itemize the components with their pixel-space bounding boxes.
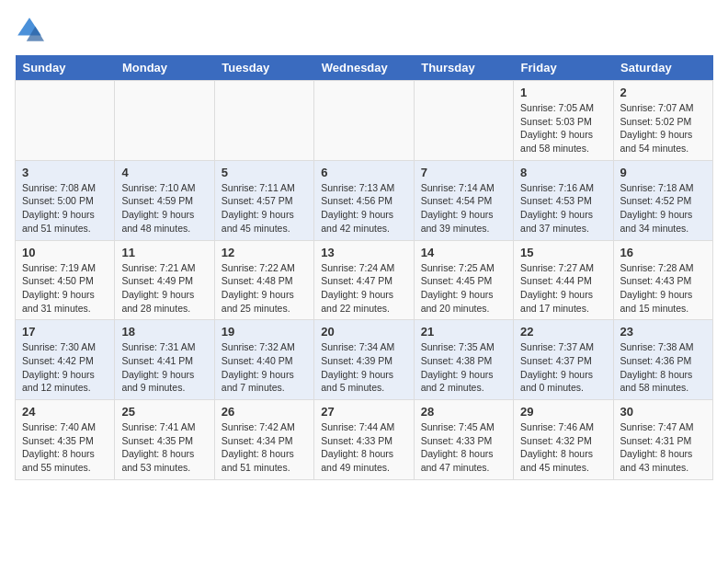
calendar-cell	[16, 81, 115, 161]
day-number: 22	[520, 325, 606, 339]
calendar-cell	[115, 81, 214, 161]
day-info: Sunrise: 7:35 AM Sunset: 4:38 PM Dayligh…	[421, 340, 506, 395]
day-info: Sunrise: 7:08 AM Sunset: 5:00 PM Dayligh…	[22, 181, 108, 236]
calendar-cell: 9Sunrise: 7:18 AM Sunset: 4:52 PM Daylig…	[613, 160, 712, 240]
day-info: Sunrise: 7:44 AM Sunset: 4:33 PM Dayligh…	[321, 420, 406, 475]
calendar-cell: 1Sunrise: 7:05 AM Sunset: 5:03 PM Daylig…	[514, 81, 613, 161]
day-number: 26	[222, 405, 307, 419]
calendar-week-1: 3Sunrise: 7:08 AM Sunset: 5:00 PM Daylig…	[16, 160, 713, 240]
calendar-table: SundayMondayTuesdayWednesdayThursdayFrid…	[15, 55, 713, 480]
calendar-cell: 3Sunrise: 7:08 AM Sunset: 5:00 PM Daylig…	[16, 160, 115, 240]
calendar-cell: 13Sunrise: 7:24 AM Sunset: 4:47 PM Dayli…	[314, 240, 414, 320]
calendar-cell: 12Sunrise: 7:22 AM Sunset: 4:48 PM Dayli…	[214, 240, 313, 320]
day-number: 29	[520, 405, 606, 419]
calendar-cell: 6Sunrise: 7:13 AM Sunset: 4:56 PM Daylig…	[314, 160, 414, 240]
day-number: 25	[121, 405, 207, 419]
day-info: Sunrise: 7:38 AM Sunset: 4:36 PM Dayligh…	[620, 340, 706, 395]
day-number: 30	[620, 405, 706, 419]
day-number: 10	[22, 246, 108, 259]
calendar-cell: 25Sunrise: 7:41 AM Sunset: 4:35 PM Dayli…	[115, 400, 214, 480]
calendar-cell: 17Sunrise: 7:30 AM Sunset: 4:42 PM Dayli…	[16, 320, 115, 400]
day-info: Sunrise: 7:32 AM Sunset: 4:40 PM Dayligh…	[222, 340, 307, 395]
day-info: Sunrise: 7:19 AM Sunset: 4:50 PM Dayligh…	[22, 261, 108, 316]
calendar-cell: 19Sunrise: 7:32 AM Sunset: 4:40 PM Dayli…	[214, 320, 313, 400]
calendar-cell: 14Sunrise: 7:25 AM Sunset: 4:45 PM Dayli…	[414, 240, 513, 320]
day-number: 24	[22, 405, 108, 419]
calendar-cell: 28Sunrise: 7:45 AM Sunset: 4:33 PM Dayli…	[414, 400, 513, 480]
calendar-cell: 24Sunrise: 7:40 AM Sunset: 4:35 PM Dayli…	[16, 400, 115, 480]
day-info: Sunrise: 7:21 AM Sunset: 4:49 PM Dayligh…	[121, 261, 207, 316]
calendar-cell: 21Sunrise: 7:35 AM Sunset: 4:38 PM Dayli…	[414, 320, 513, 400]
day-number: 11	[121, 246, 207, 259]
day-number: 18	[121, 325, 207, 339]
day-info: Sunrise: 7:30 AM Sunset: 4:42 PM Dayligh…	[22, 340, 108, 395]
day-info: Sunrise: 7:28 AM Sunset: 4:43 PM Dayligh…	[620, 261, 706, 316]
day-info: Sunrise: 7:46 AM Sunset: 4:32 PM Dayligh…	[520, 420, 606, 475]
calendar-week-0: 1Sunrise: 7:05 AM Sunset: 5:03 PM Daylig…	[16, 81, 713, 161]
calendar-cell: 11Sunrise: 7:21 AM Sunset: 4:49 PM Dayli…	[115, 240, 214, 320]
day-number: 16	[620, 246, 706, 259]
calendar-week-2: 10Sunrise: 7:19 AM Sunset: 4:50 PM Dayli…	[16, 240, 713, 320]
day-number: 27	[321, 405, 406, 419]
header-sunday: Sunday	[16, 55, 115, 81]
header-tuesday: Tuesday	[214, 55, 313, 81]
calendar-cell: 26Sunrise: 7:42 AM Sunset: 4:34 PM Dayli…	[214, 400, 313, 480]
day-info: Sunrise: 7:40 AM Sunset: 4:35 PM Dayligh…	[22, 420, 108, 475]
calendar-cell	[414, 81, 513, 161]
calendar-cell: 29Sunrise: 7:46 AM Sunset: 4:32 PM Dayli…	[514, 400, 613, 480]
day-info: Sunrise: 7:31 AM Sunset: 4:41 PM Dayligh…	[121, 340, 207, 395]
day-number: 23	[620, 325, 706, 339]
day-info: Sunrise: 7:10 AM Sunset: 4:59 PM Dayligh…	[121, 181, 207, 236]
calendar-cell	[214, 81, 313, 161]
day-info: Sunrise: 7:11 AM Sunset: 4:57 PM Dayligh…	[222, 181, 307, 236]
calendar-cell: 2Sunrise: 7:07 AM Sunset: 5:02 PM Daylig…	[613, 81, 712, 161]
header-saturday: Saturday	[613, 55, 712, 81]
day-number: 20	[321, 325, 406, 339]
calendar-week-4: 24Sunrise: 7:40 AM Sunset: 4:35 PM Dayli…	[16, 400, 713, 480]
day-number: 12	[222, 246, 307, 259]
calendar-cell: 23Sunrise: 7:38 AM Sunset: 4:36 PM Dayli…	[613, 320, 712, 400]
day-info: Sunrise: 7:27 AM Sunset: 4:44 PM Dayligh…	[520, 261, 606, 316]
day-number: 3	[22, 166, 108, 179]
day-number: 6	[321, 166, 406, 179]
calendar-body: 1Sunrise: 7:05 AM Sunset: 5:03 PM Daylig…	[16, 81, 713, 480]
day-number: 8	[520, 166, 606, 179]
calendar-cell	[314, 81, 414, 161]
day-number: 19	[222, 325, 307, 339]
header-monday: Monday	[115, 55, 214, 81]
day-number: 5	[222, 166, 307, 179]
header-row: SundayMondayTuesdayWednesdayThursdayFrid…	[16, 55, 713, 81]
day-info: Sunrise: 7:41 AM Sunset: 4:35 PM Dayligh…	[121, 420, 207, 475]
day-number: 9	[620, 166, 706, 179]
day-info: Sunrise: 7:05 AM Sunset: 5:03 PM Dayligh…	[520, 101, 606, 155]
header-wednesday: Wednesday	[314, 55, 414, 81]
calendar-cell: 30Sunrise: 7:47 AM Sunset: 4:31 PM Dayli…	[613, 400, 712, 480]
calendar-cell: 4Sunrise: 7:10 AM Sunset: 4:59 PM Daylig…	[115, 160, 214, 240]
day-number: 7	[421, 166, 506, 179]
calendar-cell: 5Sunrise: 7:11 AM Sunset: 4:57 PM Daylig…	[214, 160, 313, 240]
day-info: Sunrise: 7:25 AM Sunset: 4:45 PM Dayligh…	[421, 261, 506, 316]
calendar-week-3: 17Sunrise: 7:30 AM Sunset: 4:42 PM Dayli…	[16, 320, 713, 400]
day-number: 15	[520, 246, 606, 259]
day-info: Sunrise: 7:16 AM Sunset: 4:53 PM Dayligh…	[520, 181, 606, 236]
logo-icon	[15, 15, 44, 44]
day-info: Sunrise: 7:45 AM Sunset: 4:33 PM Dayligh…	[421, 420, 506, 475]
day-info: Sunrise: 7:34 AM Sunset: 4:39 PM Dayligh…	[321, 340, 406, 395]
calendar-header: SundayMondayTuesdayWednesdayThursdayFrid…	[16, 55, 713, 81]
calendar-cell: 16Sunrise: 7:28 AM Sunset: 4:43 PM Dayli…	[613, 240, 712, 320]
day-number: 28	[421, 405, 506, 419]
day-number: 21	[421, 325, 506, 339]
day-number: 2	[620, 86, 706, 99]
day-info: Sunrise: 7:24 AM Sunset: 4:47 PM Dayligh…	[321, 261, 406, 316]
day-info: Sunrise: 7:18 AM Sunset: 4:52 PM Dayligh…	[620, 181, 706, 236]
header-friday: Friday	[514, 55, 613, 81]
calendar-cell: 8Sunrise: 7:16 AM Sunset: 4:53 PM Daylig…	[514, 160, 613, 240]
day-info: Sunrise: 7:42 AM Sunset: 4:34 PM Dayligh…	[222, 420, 307, 475]
calendar-cell: 20Sunrise: 7:34 AM Sunset: 4:39 PM Dayli…	[314, 320, 414, 400]
day-number: 1	[520, 86, 606, 99]
calendar-cell: 7Sunrise: 7:14 AM Sunset: 4:54 PM Daylig…	[414, 160, 513, 240]
calendar-cell: 18Sunrise: 7:31 AM Sunset: 4:41 PM Dayli…	[115, 320, 214, 400]
day-info: Sunrise: 7:14 AM Sunset: 4:54 PM Dayligh…	[421, 181, 506, 236]
day-info: Sunrise: 7:37 AM Sunset: 4:37 PM Dayligh…	[520, 340, 606, 395]
calendar-cell: 15Sunrise: 7:27 AM Sunset: 4:44 PM Dayli…	[514, 240, 613, 320]
